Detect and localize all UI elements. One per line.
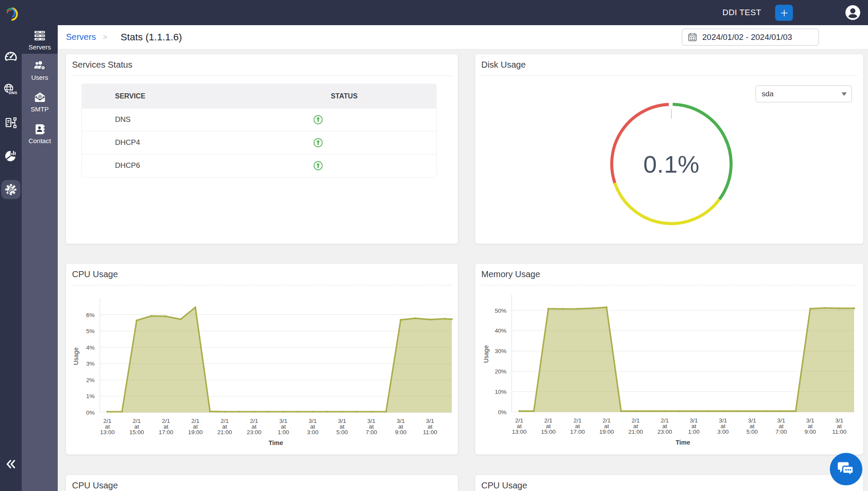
breadcrumb-link-servers[interactable]: Servers bbox=[66, 32, 96, 42]
x-tick-label: 3/1at11:00 bbox=[423, 418, 437, 435]
data-point bbox=[444, 318, 446, 320]
sidebar-item-label: Contact bbox=[29, 137, 51, 144]
x-tick-label: 3/1at3:00 bbox=[717, 417, 729, 435]
data-point bbox=[751, 410, 753, 412]
service-name: DNS bbox=[82, 115, 259, 124]
service-status-up bbox=[259, 138, 436, 147]
x-tick-label: 2/1at21:00 bbox=[628, 417, 643, 435]
x-tick-label: 2/1at15:00 bbox=[541, 417, 556, 435]
data-point bbox=[518, 410, 520, 412]
data-point bbox=[136, 320, 138, 321]
data-point bbox=[838, 308, 840, 309]
data-point bbox=[326, 411, 328, 412]
app-root: DDI TEST DNS ServersUsersSMTPContact Ser… bbox=[0, 0, 868, 491]
rail-item-dashboard[interactable] bbox=[0, 39, 22, 72]
x-tick-label: 2/1at13:00 bbox=[512, 417, 527, 435]
brand-logo-icon[interactable] bbox=[3, 5, 20, 22]
x-tick-label: 3/1at5:00 bbox=[336, 418, 348, 435]
data-point bbox=[209, 410, 211, 412]
data-point bbox=[312, 411, 313, 412]
sidebar-item-servers[interactable]: Servers bbox=[22, 25, 58, 54]
y-axis-title: Usage bbox=[72, 347, 79, 365]
data-point bbox=[824, 307, 825, 309]
speedometer-icon bbox=[1, 46, 20, 65]
gear-wrench-icon bbox=[1, 180, 20, 199]
y-tick-label: 10% bbox=[495, 389, 506, 395]
data-point bbox=[385, 411, 387, 412]
sidebar-item-contact[interactable]: Contact bbox=[22, 117, 58, 149]
disk-usage-value: 0.1% bbox=[643, 150, 700, 178]
svg-text:DNS: DNS bbox=[9, 90, 17, 95]
data-point bbox=[194, 306, 196, 308]
data-point bbox=[620, 410, 622, 412]
y-tick-label: 3% bbox=[86, 360, 95, 367]
y-axis-title: Usage bbox=[483, 345, 490, 363]
add-button[interactable] bbox=[775, 5, 793, 21]
smtp-envelope-icon bbox=[34, 91, 46, 104]
x-tick-label: 2/1at15:00 bbox=[129, 418, 144, 435]
users-gear-icon bbox=[33, 59, 46, 72]
data-point bbox=[722, 410, 724, 412]
cpu-usage-chart: 0%1%2%3%4%5%6%2/1at13:002/1at15:002/1at1… bbox=[66, 264, 458, 455]
collapse-sidebar-button[interactable] bbox=[0, 460, 22, 470]
data-point bbox=[853, 308, 855, 309]
x-tick-label: 3/1at7:00 bbox=[366, 418, 377, 435]
x-tick-label: 2/1at17:00 bbox=[570, 417, 585, 435]
chat-fab-button[interactable] bbox=[830, 453, 862, 485]
x-axis-title: Time bbox=[676, 439, 690, 446]
workspace-title: DDI TEST bbox=[723, 0, 761, 25]
services-table-header: SERVICE STATUS bbox=[82, 84, 436, 108]
user-avatar-icon[interactable] bbox=[845, 5, 860, 20]
data-point bbox=[180, 318, 181, 320]
data-point bbox=[649, 410, 651, 412]
service-name: DHCP6 bbox=[82, 161, 259, 170]
breadcrumb-bar: Servers > Stats (1.1.1.6) 2024/01/02 - 2… bbox=[58, 25, 868, 49]
data-point bbox=[562, 308, 564, 310]
x-tick-label: 2/1at19:00 bbox=[188, 418, 203, 435]
area-fill bbox=[519, 308, 855, 412]
data-point bbox=[429, 319, 431, 321]
x-tick-label: 3/1at9:00 bbox=[805, 417, 816, 435]
y-tick-label: 0% bbox=[86, 409, 95, 416]
data-point bbox=[341, 411, 343, 412]
card-title: CPU Usage bbox=[72, 479, 452, 491]
status-up-icon bbox=[313, 161, 323, 170]
status-up-icon bbox=[313, 138, 323, 147]
y-tick-label: 6% bbox=[86, 312, 95, 318]
disk-usage-card: Disk Usage sda 0.1% bbox=[475, 54, 863, 244]
x-tick-label: 2/1at23:00 bbox=[247, 418, 261, 435]
y-tick-label: 1% bbox=[86, 393, 95, 399]
x-tick-label: 3/1at9:00 bbox=[395, 418, 406, 435]
date-range-picker[interactable]: 2024/01/02 - 2024/01/03 bbox=[682, 29, 819, 46]
rail-item-admin[interactable] bbox=[0, 173, 22, 206]
data-point bbox=[664, 410, 666, 412]
service-row-dhcp6: DHCP6 bbox=[82, 154, 436, 177]
x-tick-label: 3/1at5:00 bbox=[746, 417, 758, 435]
data-point bbox=[297, 411, 299, 412]
data-point bbox=[268, 411, 270, 412]
data-point bbox=[707, 410, 709, 412]
data-point bbox=[678, 410, 680, 412]
disk-usage-gauge bbox=[475, 54, 863, 244]
cpu-usage-card: CPU Usage 0%1%2%3%4%5%6%2/1at13:002/1at1… bbox=[66, 264, 458, 455]
rail-item-reports[interactable] bbox=[0, 139, 22, 173]
service-status-up bbox=[259, 115, 436, 124]
y-tick-label: 20% bbox=[495, 368, 506, 375]
col-header-service: SERVICE bbox=[82, 92, 259, 100]
rail-item-ipam[interactable] bbox=[0, 106, 22, 139]
rail-item-dns[interactable]: DNS bbox=[0, 72, 22, 106]
data-point bbox=[795, 410, 796, 412]
data-point bbox=[283, 411, 284, 412]
plus-icon bbox=[779, 8, 789, 18]
top-navbar: DDI TEST bbox=[0, 0, 868, 25]
x-tick-label: 3/1at11:00 bbox=[832, 417, 847, 435]
sidebar-item-label: Users bbox=[31, 74, 48, 81]
sidebar-item-label: Servers bbox=[29, 43, 51, 51]
y-tick-label: 40% bbox=[495, 327, 506, 334]
sidebar-item-users[interactable]: Users bbox=[22, 54, 58, 85]
servers-rack-icon bbox=[34, 29, 46, 42]
status-up-icon bbox=[313, 115, 323, 124]
data-point bbox=[605, 306, 607, 308]
data-point bbox=[736, 410, 738, 412]
sidebar-item-smtp[interactable]: SMTP bbox=[22, 85, 58, 117]
